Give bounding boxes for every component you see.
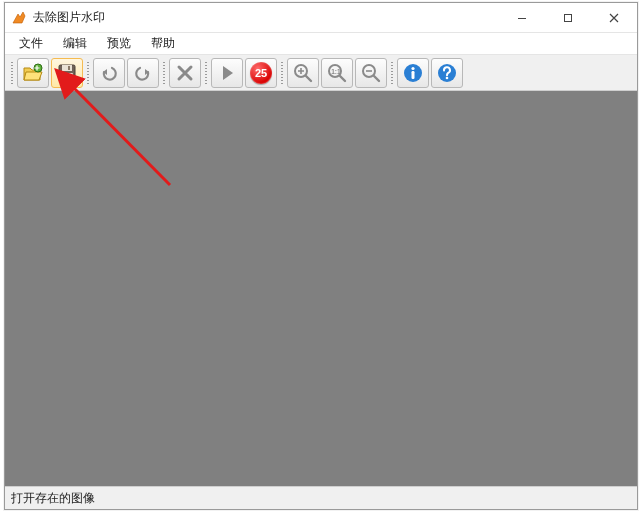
info-button[interactable] [397, 58, 429, 88]
svg-point-15 [411, 66, 414, 69]
help-button[interactable] [431, 58, 463, 88]
menubar: 文件 编辑 预览 帮助 [5, 33, 637, 55]
toolbar-grip-icon [279, 59, 285, 87]
svg-rect-4 [62, 65, 72, 71]
image-canvas[interactable] [5, 91, 637, 487]
red-badge-icon: 25 [250, 62, 272, 84]
svg-rect-7 [63, 75, 71, 76]
svg-rect-5 [68, 66, 70, 70]
zoom-out-button[interactable] [355, 58, 387, 88]
badge-value: 25 [255, 67, 267, 79]
toolbar-grip-icon [389, 59, 395, 87]
menu-preview[interactable]: 预览 [97, 33, 141, 54]
status-text: 打开存在的图像 [11, 490, 95, 507]
maximize-button[interactable] [545, 3, 591, 32]
svg-rect-1 [565, 14, 572, 21]
play-icon [217, 63, 237, 83]
undo-button[interactable] [93, 58, 125, 88]
run-button[interactable] [211, 58, 243, 88]
floppy-save-icon [56, 62, 78, 84]
window-title: 去除图片水印 [33, 9, 499, 26]
info-icon [402, 62, 424, 84]
app-icon [11, 10, 27, 26]
redo-button[interactable] [127, 58, 159, 88]
delete-button[interactable] [169, 58, 201, 88]
svg-point-18 [446, 76, 449, 79]
save-button[interactable] [51, 58, 83, 88]
close-button[interactable] [591, 3, 637, 32]
x-delete-icon [175, 63, 195, 83]
menu-file[interactable]: 文件 [9, 33, 53, 54]
menu-help[interactable]: 帮助 [141, 33, 185, 54]
titlebar: 去除图片水印 [5, 3, 637, 33]
toolbar-grip-icon [161, 59, 167, 87]
undo-icon [98, 62, 120, 84]
svg-rect-0 [518, 18, 526, 19]
toolbar: 25 1:1 [5, 55, 637, 91]
folder-open-icon [22, 62, 44, 84]
app-window: 去除图片水印 文件 编辑 预览 帮助 [4, 2, 638, 510]
menu-edit[interactable]: 编辑 [53, 33, 97, 54]
minimize-button[interactable] [499, 3, 545, 32]
zoom-in-icon [292, 62, 314, 84]
svg-rect-6 [61, 73, 73, 80]
window-controls [499, 3, 637, 32]
toolbar-grip-icon [85, 59, 91, 87]
toolbar-grip-icon [203, 59, 209, 87]
toolbar-grip-icon [9, 59, 15, 87]
question-icon [436, 62, 458, 84]
zoom-11-icon: 1:1 [326, 62, 348, 84]
svg-rect-8 [63, 77, 71, 78]
zoom-in-button[interactable] [287, 58, 319, 88]
statusbar: 打开存在的图像 [5, 487, 637, 509]
redo-icon [132, 62, 154, 84]
open-button[interactable] [17, 58, 49, 88]
zoom-out-icon [360, 62, 382, 84]
svg-rect-16 [412, 71, 415, 79]
zoom-actual-button[interactable]: 1:1 [321, 58, 353, 88]
svg-text:1:1: 1:1 [331, 68, 341, 75]
marker-size-button[interactable]: 25 [245, 58, 277, 88]
